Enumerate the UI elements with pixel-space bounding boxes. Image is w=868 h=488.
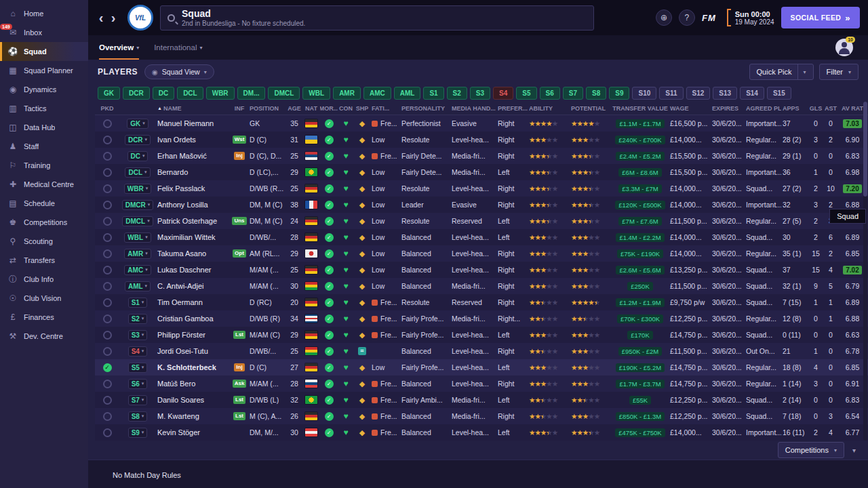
column-header-con[interactable]: CON (338, 102, 354, 115)
player-name[interactable]: Matúš Bero (156, 375, 231, 392)
position-chip-dropdown[interactable]: S5▾ (119, 359, 156, 375)
filter-chip-dmcl[interactable]: DMCL (268, 87, 300, 100)
sidebar-item-dynamics[interactable]: ◉Dynamics (0, 80, 88, 99)
position-chip-dropdown[interactable]: S7▾ (119, 392, 156, 408)
table-row-bernardo[interactable]: DCL▾BernardoD (LC),...29✓♥◆LowFairly Det… (95, 164, 868, 180)
column-header-mor[interactable]: MOR... (320, 102, 338, 115)
player-name[interactable]: M. Kwarteng (156, 408, 231, 424)
position-chip-dropdown[interactable]: DCL▾ (119, 164, 156, 180)
pick-checkbox[interactable] (95, 343, 119, 359)
position-chip-dropdown[interactable]: WBR▾ (119, 180, 156, 197)
table-row-kevin-st-ger[interactable]: S9▾Kevin StögerDM, M/...30✓♥◆Fre...Balan… (95, 424, 868, 441)
filter-chip-dcl[interactable]: DCL (177, 87, 203, 100)
help-icon[interactable]: ? (679, 9, 695, 26)
pick-checkbox[interactable] (95, 229, 119, 245)
table-row-felix-passlack[interactable]: WBR▾Felix PasslackD/WB (R...25✓♥◆LowReso… (95, 180, 868, 197)
competitions-dropdown[interactable]: Competitions ▾ (778, 442, 844, 458)
position-chip-dropdown[interactable]: DCR▾ (119, 131, 156, 148)
filter-chip-dcr[interactable]: DCR (123, 87, 150, 100)
sidebar-item-medical-centre[interactable]: ✚Medical Centre (0, 175, 88, 194)
table-row-maximilian-wittek[interactable]: WBL▾Maximilian WittekD/WB/...28✓♥◆LowBal… (95, 229, 868, 245)
column-header-transfer-value[interactable]: TRANSFER VALUE (612, 102, 669, 115)
player-name[interactable]: C. Antwi-Adjei (156, 278, 231, 294)
filter-chip-s2[interactable]: S2 (447, 87, 467, 100)
filter-chip-amr[interactable]: AMR (333, 87, 361, 100)
position-chip-dropdown[interactable]: S8▾ (119, 408, 156, 424)
filter-chip-s4[interactable]: S4 (493, 87, 513, 100)
pick-checkbox[interactable] (95, 375, 119, 392)
scrollbar-thumb[interactable] (863, 102, 867, 197)
position-chip-dropdown[interactable]: AMC▾ (119, 262, 156, 278)
pick-checkbox[interactable] (95, 131, 119, 148)
player-name[interactable]: Anthony Losilla (156, 197, 231, 213)
player-name[interactable]: Cristian Gamboa (156, 310, 231, 327)
sidebar-item-training[interactable]: ⚐Training (0, 156, 88, 175)
sidebar-item-club-info[interactable]: ⓘClub Info (0, 270, 88, 289)
player-name[interactable]: Felix Passlack (156, 180, 231, 197)
club-crest[interactable]: VfL (127, 5, 153, 30)
position-chip-dropdown[interactable]: S1▾ (119, 294, 156, 310)
player-name[interactable]: Kevin Stöger (156, 424, 231, 441)
sidebar-item-schedule[interactable]: ▤Schedule (0, 194, 88, 213)
column-header-position[interactable]: POSITION (248, 102, 286, 115)
sidebar-item-squad-planner[interactable]: ▦Squad Planner (0, 61, 88, 80)
filter-chip-dm[interactable]: DM... (237, 87, 266, 100)
table-row-patrick-osterhage[interactable]: DMCL▾Patrick OsterhageUnsDM, M (C)24✓♥◆L… (95, 213, 868, 229)
filter-chip-gk[interactable]: GK (98, 87, 120, 100)
sidebar-item-competitions[interactable]: ♚Competitions (0, 213, 88, 232)
table-row-m-kwarteng[interactable]: S8▾M. KwartengLstM (C), A...26✓♥◆Fre...B… (95, 408, 868, 424)
column-header-prefer[interactable]: PREFER... (496, 102, 528, 115)
filter-chip-s1[interactable]: S1 (423, 87, 443, 100)
sidebar-item-home[interactable]: ⌂Home (0, 4, 88, 23)
column-header-potential[interactable]: POTENTIAL (570, 102, 612, 115)
pick-checkbox[interactable] (95, 148, 119, 164)
sidebar-item-tactics[interactable]: ▥Tactics (0, 99, 88, 118)
filter-chip-s12[interactable]: S12 (686, 87, 711, 100)
column-header-ability[interactable]: ABILITY (528, 102, 570, 115)
column-header-ast[interactable]: AST (823, 102, 838, 115)
sidebar-item-inbox[interactable]: ✉Inbox149 (0, 23, 88, 42)
filter-chip-amc[interactable]: AMC (363, 87, 391, 100)
pick-checkbox[interactable] (95, 164, 119, 180)
player-name[interactable]: Maximilian Wittek (156, 229, 231, 245)
player-name[interactable]: Erhan Mašović (156, 148, 231, 164)
column-header-agreed-pla[interactable]: AGREED PLA... (745, 102, 781, 115)
filter-chip-wbl[interactable]: WBL (302, 87, 330, 100)
position-chip-dropdown[interactable]: AMR▾ (119, 245, 156, 262)
back-button[interactable]: ‹ (95, 11, 107, 24)
position-chip-dropdown[interactable]: DC▾ (119, 148, 156, 164)
filter-chip-s11[interactable]: S11 (659, 87, 683, 100)
position-chip-dropdown[interactable]: S9▾ (119, 424, 156, 441)
position-chip-dropdown[interactable]: S4▾ (119, 343, 156, 359)
sidebar-item-scouting[interactable]: ⚲Scouting (0, 232, 88, 251)
player-name[interactable]: Manuel Riemann (156, 115, 231, 131)
pick-checkbox[interactable]: ✓ (95, 359, 119, 375)
title-search-box[interactable]: Squad 2nd in Bundesliga - No fixture sch… (160, 5, 594, 30)
filter-chip-wbr[interactable]: WBR (206, 87, 235, 100)
position-chip-dropdown[interactable]: DMCR▾ (119, 197, 156, 213)
pick-checkbox[interactable] (95, 213, 119, 229)
column-header-wage[interactable]: WAGE (669, 102, 711, 115)
column-header-position-chip[interactable] (119, 102, 156, 115)
collapse-chevron-icon[interactable]: ▾ (850, 445, 859, 455)
column-header-shp[interactable]: SHP (354, 102, 370, 115)
position-chip-dropdown[interactable]: S3▾ (119, 327, 156, 343)
table-row-tim-oermann[interactable]: S1▾Tim OermannD (RC)20✓♥◆Fre...ResoluteR… (95, 294, 868, 310)
table-row-philipp-f-rster[interactable]: S3▾Philipp FörsterLstM/AM (C)29✓♥◆Fre...… (95, 327, 868, 343)
column-header-gls[interactable]: GLS (808, 102, 823, 115)
social-feed-button[interactable]: SOCIAL FEED » (781, 7, 860, 28)
squad-view-dropdown[interactable]: ◉ Squad View ▾ (144, 64, 214, 79)
sidebar-item-dev-centre[interactable]: ⚒Dev. Centre (0, 327, 88, 346)
tab-international[interactable]: International▾ (154, 35, 202, 60)
player-name[interactable]: Tim Oermann (156, 294, 231, 310)
column-header-pkd[interactable]: PKD (95, 102, 119, 115)
pick-checkbox[interactable] (95, 392, 119, 408)
column-header-media-hand[interactable]: MEDIA HAND... (450, 102, 496, 115)
filter-chip-s13[interactable]: S13 (713, 87, 737, 100)
column-header-age[interactable]: AGE (286, 102, 302, 115)
filter-chip-s6[interactable]: S6 (540, 87, 560, 100)
scrollbar[interactable] (863, 102, 867, 441)
table-row-ivan-ordets[interactable]: DCR▾Ivan OrdetsWstD (C)31✓♥◆LowResoluteL… (95, 131, 868, 148)
pick-checkbox[interactable] (95, 245, 119, 262)
column-header-nat[interactable]: NAT (302, 102, 320, 115)
